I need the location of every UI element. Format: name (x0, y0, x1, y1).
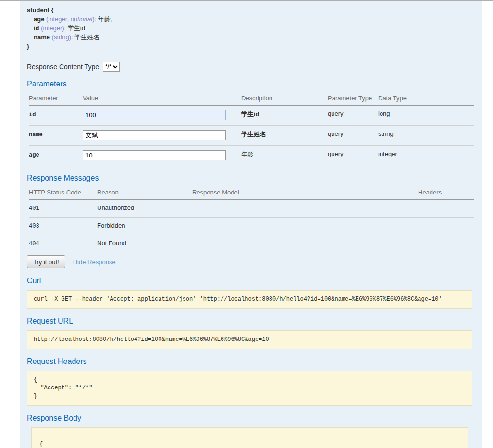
curl-command-block: curl -X GET --header 'Accept: applicatio… (27, 290, 472, 309)
status-response-model (192, 200, 418, 218)
response-messages-header-row: HTTP Status Code Reason Response Model H… (29, 187, 474, 200)
col-reason: Reason (97, 187, 192, 200)
model-property: id (integer): 学生id, (27, 24, 472, 33)
param-row-id: id 学生id query long (29, 106, 474, 126)
param-input-id[interactable] (83, 110, 226, 120)
request-headers-heading: Request Headers (27, 357, 472, 366)
param-description: 学生姓名 (241, 126, 328, 146)
request-headers-block: { "Accept": "*/*" } (27, 371, 472, 406)
param-data-type: string (378, 126, 474, 146)
status-code: 403 (29, 218, 97, 235)
status-response-model (192, 218, 418, 235)
param-description: 学生id (241, 106, 328, 126)
col-response-model: Response Model (192, 187, 418, 200)
param-row-name: name 学生姓名 query string (29, 126, 474, 146)
response-content-type-select[interactable]: */* (103, 62, 120, 72)
col-data-type: Data Type (378, 93, 474, 106)
response-message-row-401: 401 Unauthorized (29, 200, 474, 218)
model-property: name (string): 学生姓名 (27, 33, 472, 42)
param-data-type: integer (378, 146, 474, 166)
status-headers (418, 235, 474, 253)
response-message-row-403: 403 Forbidden (29, 218, 474, 235)
curl-heading: Curl (27, 277, 472, 285)
parameters-heading: Parameters (27, 80, 472, 88)
response-body-block: {"id": 100,"name": "文斌","age": 10} (31, 427, 468, 448)
response-message-row-404: 404 Not Found (29, 235, 474, 253)
status-reason: Forbidden (97, 218, 192, 235)
status-code: 401 (29, 200, 97, 218)
parameters-table: Parameter Value Description Parameter Ty… (29, 93, 474, 166)
status-code: 404 (29, 235, 97, 253)
col-description: Description (241, 93, 328, 106)
col-parameter-type: Parameter Type (328, 93, 378, 106)
status-reason: Not Found (97, 235, 192, 253)
param-description: 年龄 (241, 146, 328, 166)
param-input-age[interactable] (83, 150, 226, 160)
param-type: query (328, 146, 378, 166)
col-parameter: Parameter (29, 93, 83, 106)
param-type: query (328, 126, 378, 146)
param-row-age: age 年龄 query integer (29, 146, 474, 166)
status-headers (418, 200, 474, 218)
col-http-status-code: HTTP Status Code (29, 187, 97, 200)
try-it-out-button[interactable]: Try it out! (27, 255, 65, 268)
response-messages-table: HTTP Status Code Reason Response Model H… (29, 187, 474, 253)
response-content-type-label: Response Content Type (27, 63, 99, 71)
json-open-brace: { (39, 439, 460, 448)
status-response-model (192, 235, 418, 253)
model-signature: student { age (integer, optional): 年龄, i… (27, 5, 472, 51)
model-close-brace: } (27, 43, 29, 50)
hide-response-link[interactable]: Hide Response (73, 258, 116, 266)
col-value: Value (83, 93, 241, 106)
col-headers: Headers (418, 187, 474, 200)
param-type: query (328, 106, 378, 126)
response-messages-heading: Response Messages (27, 174, 472, 182)
status-headers (418, 218, 474, 235)
response-body-heading: Response Body (27, 414, 472, 423)
model-property: age (integer, optional): 年龄, (27, 14, 472, 24)
param-input-name[interactable] (83, 130, 226, 140)
operation-content-panel: student { age (integer, optional): 年龄, i… (20, 1, 482, 448)
request-url-block: http://localhost:8080/h/hello4?id=100&na… (27, 330, 472, 349)
param-data-type: long (378, 106, 474, 126)
model-name: student { (27, 6, 54, 13)
status-reason: Unauthorized (97, 200, 192, 218)
parameters-header-row: Parameter Value Description Parameter Ty… (29, 93, 474, 106)
request-url-heading: Request URL (27, 317, 472, 326)
